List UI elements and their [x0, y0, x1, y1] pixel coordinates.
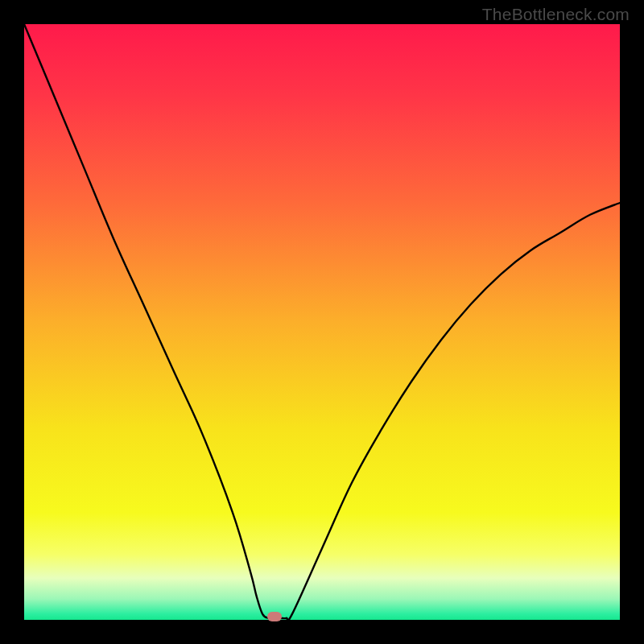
watermark-text: TheBottleneck.com — [482, 5, 630, 24]
chart-area — [24, 24, 620, 620]
chart-curve — [24, 24, 620, 620]
bottleneck-marker — [267, 612, 282, 621]
